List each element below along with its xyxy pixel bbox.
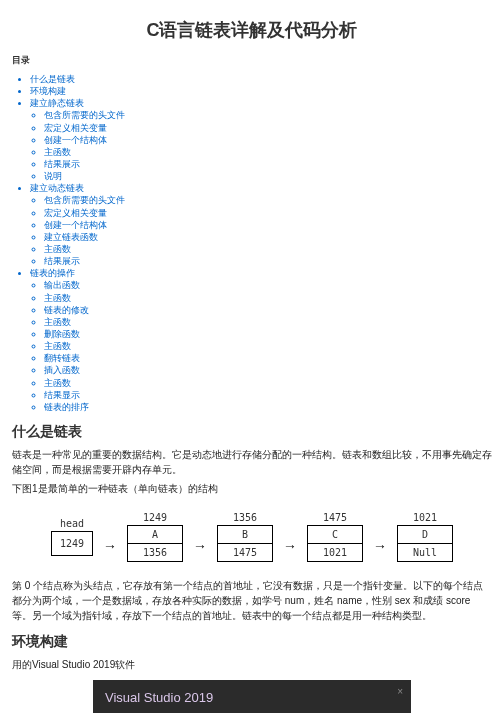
toc-item[interactable]: 什么是链表 (30, 73, 492, 85)
arrow-icon: → (373, 538, 387, 554)
toc-item[interactable]: 宏定义相关变量 (44, 207, 492, 219)
toc-item[interactable]: 创建一个结构体 (44, 134, 492, 146)
toc-item[interactable]: 结果显示 (44, 389, 492, 401)
node-data: C (308, 526, 362, 544)
close-icon: × (397, 686, 403, 697)
toc-item[interactable]: 包含所需要的头文件 (44, 109, 492, 121)
toc-item[interactable]: 说明 (44, 170, 492, 182)
visual-studio-start-screenshot: × Visual Studio 2019 打开最近使用的内容(R) ▸ 今天hC… (93, 680, 411, 713)
head-label: head (60, 518, 84, 529)
toc-item[interactable]: 删除函数 (44, 328, 492, 340)
toc-item[interactable]: 包含所需要的头文件 (44, 194, 492, 206)
toc-item[interactable]: 创建一个结构体 (44, 219, 492, 231)
arrow-icon: → (283, 538, 297, 554)
paragraph: 链表是一种常见的重要的数据结构。它是动态地进行存储分配的一种结构。链表和数组比较… (12, 447, 492, 477)
list-node: C 1021 (307, 525, 363, 562)
node-data: D (398, 526, 452, 544)
node-next: Null (398, 544, 452, 561)
toc-item[interactable]: 主函数 (44, 292, 492, 304)
section-heading-what-is-linked-list: 什么是链表 (12, 423, 492, 441)
toc-item[interactable]: 翻转链表 (44, 352, 492, 364)
table-of-contents: 什么是链表环境构建建立静态链表包含所需要的头文件宏定义相关变量创建一个结构体主函… (12, 73, 492, 413)
toc-item[interactable]: 主函数 (44, 316, 492, 328)
node-next: 1475 (218, 544, 272, 561)
toc-item[interactable]: 链表的排序 (44, 401, 492, 413)
node-next: 1021 (308, 544, 362, 561)
toc-item[interactable]: 主函数 (44, 340, 492, 352)
list-node: A 1356 (127, 525, 183, 562)
toc-item[interactable]: 链表的修改 (44, 304, 492, 316)
node-address: 1475 (323, 512, 347, 523)
paragraph: 第 0 个结点称为头结点，它存放有第一个结点的首地址，它没有数据，只是一个指针变… (12, 578, 492, 623)
toc-item[interactable]: 宏定义相关变量 (44, 122, 492, 134)
toc-item[interactable]: 建立动态链表包含所需要的头文件宏定义相关变量创建一个结构体建立链表函数主函数结果… (30, 182, 492, 267)
node-address: 1356 (233, 512, 257, 523)
toc-item[interactable]: 建立链表函数 (44, 231, 492, 243)
node-address: 1249 (143, 512, 167, 523)
section-heading-env: 环境构建 (12, 633, 492, 651)
toc-item[interactable]: 建立静态链表包含所需要的头文件宏定义相关变量创建一个结构体主函数结果展示说明 (30, 97, 492, 182)
node-data: B (218, 526, 272, 544)
paragraph: 用的Visual Studio 2019软件 (12, 657, 492, 672)
toc-item[interactable]: 主函数 (44, 377, 492, 389)
toc-item[interactable]: 结果展示 (44, 158, 492, 170)
toc-item[interactable]: 主函数 (44, 243, 492, 255)
node-next: 1356 (128, 544, 182, 561)
vs-title: Visual Studio 2019 (105, 690, 399, 705)
node-data: A (128, 526, 182, 544)
arrow-icon: → (193, 538, 207, 554)
toc-item[interactable]: 输出函数 (44, 279, 492, 291)
list-node: D Null (397, 525, 453, 562)
toc-heading: 目录 (12, 54, 492, 67)
list-node: B 1475 (217, 525, 273, 562)
paragraph: 下图1是最简单的一种链表（单向链表）的结构 (12, 481, 492, 496)
toc-item[interactable]: 链表的操作输出函数主函数链表的修改主函数删除函数主函数翻转链表插入函数主函数结果… (30, 267, 492, 413)
arrow-icon: → (103, 538, 117, 554)
toc-item[interactable]: 主函数 (44, 146, 492, 158)
toc-item[interactable]: 结果展示 (44, 255, 492, 267)
page-title: C语言链表详解及代码分析 (12, 18, 492, 42)
toc-item[interactable]: 插入函数 (44, 364, 492, 376)
head-node: 1249 (51, 531, 93, 556)
linked-list-diagram: head 1249 → 1249 A 1356 → 1356 B 1475 → … (12, 506, 492, 568)
toc-item[interactable]: 环境构建 (30, 85, 492, 97)
node-address: 1021 (413, 512, 437, 523)
